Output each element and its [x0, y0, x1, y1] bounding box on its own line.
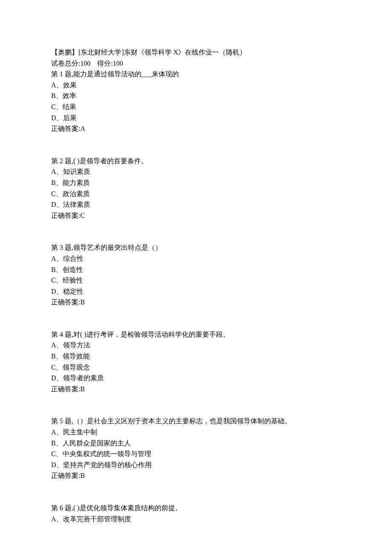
question-option: A、民主集中制 — [51, 427, 341, 438]
question-block: 第 3 题,领导艺术的最突出特点是（） A、综合性 B、创造性 C、经验性 D、… — [51, 242, 341, 308]
question-stem: 第 1 题,能力是通过领导活动的___来体现的 — [51, 69, 341, 80]
question-option: B、人民群众是国家的主人 — [51, 438, 341, 449]
question-option: B、效率 — [51, 90, 341, 101]
document-title: 【奥鹏】[东北财经大学]东财《领导科学 X》在线作业一（随机） — [51, 47, 341, 58]
question-option: A、效果 — [51, 80, 341, 91]
document-header: 【奥鹏】[东北财经大学]东财《领导科学 X》在线作业一（随机） 试卷总分:100… — [51, 47, 341, 134]
question-option: A、改革完善干部管理制度 — [51, 514, 341, 525]
question-option: B、能力素质 — [51, 177, 341, 188]
question-answer: 正确答案:B — [51, 384, 341, 395]
question-option: D、坚持共产党的领导的核心作用 — [51, 460, 341, 471]
question-stem: 第 4 题,对( )进行考评，是检验领导活动科学化的重要手段。 — [51, 329, 341, 340]
question-answer: 正确答案:B — [51, 297, 341, 308]
question-answer: 正确答案:A — [51, 123, 341, 134]
question-block: 第 5 题,（）是社会主义区别于资本主义的主要标志，也是我国领导体制的基础。 A… — [51, 416, 341, 481]
question-block: 第 6 题,( )是优化领导集体素质结构的前提。 A、改革完善干部管理制度 — [51, 503, 341, 524]
question-option: C、领导观念 — [51, 362, 341, 373]
question-stem: 第 6 题,( )是优化领导集体素质结构的前提。 — [51, 503, 341, 514]
question-option: A、领导方法 — [51, 340, 341, 351]
question-answer: 正确答案:B — [51, 470, 341, 481]
score-line: 试卷总分:100 得分:100 — [51, 58, 341, 69]
question-option: A、知识素质 — [51, 166, 341, 177]
question-option: D、领导者的素质 — [51, 373, 341, 384]
question-stem: 第 2 题,( )是领导者的首要条件。 — [51, 156, 341, 167]
question-block: 第 2 题,( )是领导者的首要条件。 A、知识素质 B、能力素质 C、政治素质… — [51, 156, 341, 221]
question-option: C、政治素质 — [51, 188, 341, 199]
question-option: D、后果 — [51, 113, 341, 124]
question-option: A、综合性 — [51, 253, 341, 264]
question-option: C、结果 — [51, 101, 341, 113]
question-stem: 第 3 题,领导艺术的最突出特点是（） — [51, 242, 341, 253]
question-option: C、中央集权式的统一领导与管理 — [51, 448, 341, 460]
question-option: C、经验性 — [51, 275, 341, 286]
question-option: D、法律素质 — [51, 199, 341, 210]
question-option: B、创造性 — [51, 264, 341, 275]
question-block: 第 4 题,对( )进行考评，是检验领导活动科学化的重要手段。 A、领导方法 B… — [51, 329, 341, 395]
question-stem: 第 5 题,（）是社会主义区别于资本主义的主要标志，也是我国领导体制的基础。 — [51, 416, 341, 427]
question-answer: 正确答案:C — [51, 210, 341, 221]
question-option: B、领导效能 — [51, 351, 341, 362]
question-option: D、稳定性 — [51, 286, 341, 297]
